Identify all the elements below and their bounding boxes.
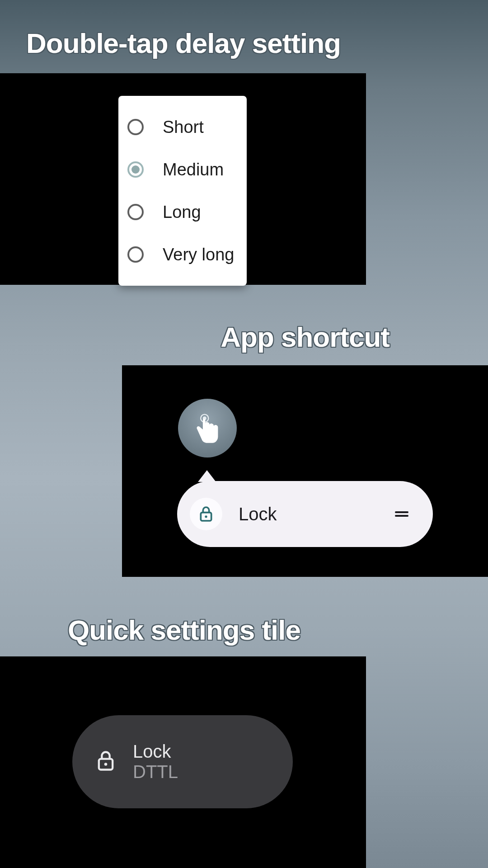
panel-double-tap-delay: Short Medium Long Very long — [0, 73, 366, 285]
quick-settings-tile-lock[interactable]: Lock DTTL — [72, 715, 293, 808]
radio-option-very-long[interactable]: Very long — [127, 233, 238, 276]
svg-point-5 — [104, 763, 108, 766]
radio-label: Medium — [163, 160, 224, 179]
lock-badge — [190, 498, 222, 530]
shortcut-popup-lock[interactable]: Lock — [177, 481, 433, 547]
app-launcher-icon[interactable] — [178, 399, 237, 458]
radio-icon — [127, 246, 144, 263]
radio-label: Short — [163, 118, 204, 137]
panel-app-shortcut: Lock — [122, 365, 488, 577]
radio-option-short[interactable]: Short — [127, 106, 238, 148]
drag-handle-icon[interactable] — [395, 509, 408, 519]
tile-title: Lock — [133, 741, 178, 762]
tile-text: Lock DTTL — [133, 741, 178, 782]
lock-icon — [197, 505, 215, 523]
double-tap-delay-radio-group: Short Medium Long Very long — [118, 96, 247, 286]
lock-icon — [94, 749, 117, 774]
radio-option-medium[interactable]: Medium — [127, 148, 238, 191]
radio-dot-icon — [131, 165, 140, 174]
touch-hand-icon — [190, 410, 225, 446]
radio-icon-selected — [127, 161, 144, 178]
panel-quick-settings-tile: Lock DTTL — [0, 656, 366, 868]
radio-icon — [127, 204, 144, 220]
section-title-double-tap-delay: Double-tap delay setting — [26, 27, 341, 59]
radio-label: Long — [163, 203, 201, 222]
radio-option-long[interactable]: Long — [127, 191, 238, 233]
radio-icon — [127, 119, 144, 135]
tile-subtitle: DTTL — [133, 762, 178, 782]
section-title-app-shortcut: App shortcut — [221, 321, 389, 353]
radio-label: Very long — [163, 245, 234, 264]
shortcut-label: Lock — [239, 504, 395, 524]
section-title-quick-settings-tile: Quick settings tile — [68, 614, 300, 646]
svg-point-3 — [205, 515, 207, 518]
